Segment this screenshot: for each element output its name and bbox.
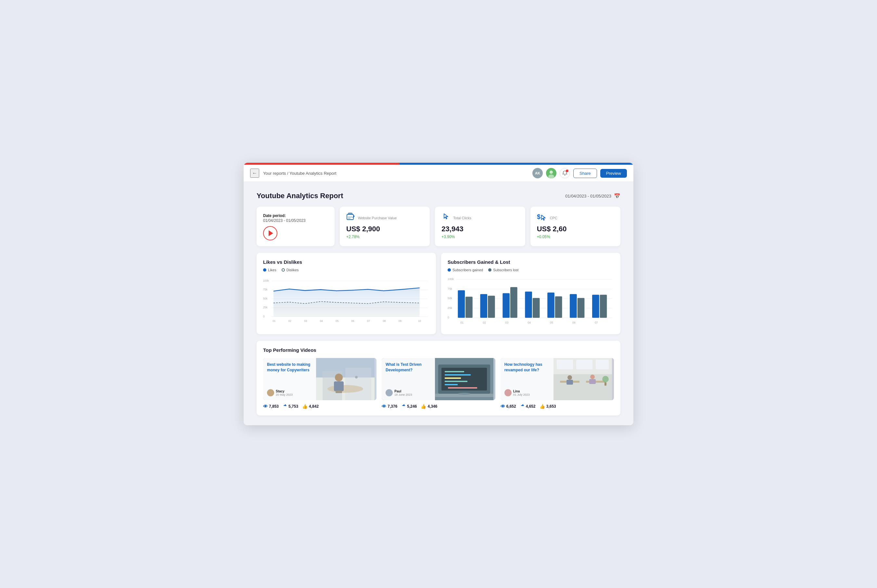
preview-button[interactable]: Preview (600, 169, 627, 178)
shares-count-3: 4,652 (526, 404, 536, 409)
svg-rect-71 (445, 381, 468, 382)
svg-rect-70 (445, 378, 461, 379)
svg-rect-89 (589, 379, 596, 384)
cpc-card: $ CPC US$ 2,60 +0.05% (531, 207, 621, 246)
clicks-change: +3.90% (441, 234, 519, 239)
svg-rect-44 (555, 296, 562, 318)
svg-rect-48 (600, 295, 607, 318)
subscribers-chart-card: Subscribers Gained & Lost Subscribers ga… (441, 253, 621, 334)
views-count-1: 7,853 (269, 404, 279, 409)
video-likes-1: 👍 4,842 (302, 404, 319, 409)
video-stats-2: 👁 7,376 5,246 👍 4,346 (382, 404, 495, 409)
subscribers-chart-legend: Subscribers gained Subscribers lost (448, 268, 614, 272)
cpc-change: +0.05% (537, 234, 614, 239)
video-views-1: 👁 7,853 (263, 404, 279, 409)
share-icon-2 (401, 404, 406, 409)
youtube-play-icon (268, 230, 273, 236)
legend-lost-label: Subscribers lost (493, 268, 519, 272)
svg-rect-37 (480, 294, 487, 318)
author-date-1: 20 May 2023 (276, 393, 293, 396)
video-thumbnail-1[interactable]: Best website to making money for Copywri… (263, 358, 376, 400)
legend-dot-lost (488, 268, 492, 272)
svg-point-61 (335, 374, 343, 381)
video-likes-3: 👍 3,653 (540, 404, 556, 409)
svg-text:25k: 25k (448, 306, 453, 310)
svg-text:50k: 50k (263, 297, 268, 300)
main-content: Youtube Analytics Report 01/04/2023 - 01… (244, 182, 633, 425)
legend-gained-label: Subscribers gained (453, 268, 483, 272)
video-views-2: 👁 7,376 (382, 404, 397, 409)
notifications-button[interactable] (560, 168, 570, 178)
youtube-icon (263, 226, 277, 240)
svg-rect-59 (345, 368, 371, 400)
toolbar-right: AK Share Preview (532, 168, 627, 178)
svg-text:09: 09 (399, 320, 402, 322)
svg-rect-38 (488, 296, 495, 318)
notification-dot (566, 170, 568, 172)
svg-point-1 (550, 171, 553, 174)
legend-likes-label: Likes (268, 268, 276, 272)
clicks-label: Total Clicks (453, 216, 471, 220)
website-purchase-card: Website Purchase Value US$ 2,900 +2.78% (340, 207, 430, 246)
likes-count-2: 4,346 (427, 404, 437, 409)
svg-text:75k: 75k (263, 288, 268, 291)
svg-rect-46 (577, 298, 585, 318)
svg-rect-80 (576, 360, 592, 369)
svg-rect-73 (448, 387, 477, 388)
video-thumbnail-3[interactable]: How technology has revamped our life? Li… (501, 358, 614, 400)
share-button[interactable]: Share (573, 169, 597, 178)
svg-text:05: 05 (550, 321, 553, 324)
browser-window: ← Your reports / Youtube Analytics Repor… (244, 163, 633, 425)
shares-count-2: 5,246 (407, 404, 417, 409)
video-shares-2: 5,246 (401, 404, 417, 409)
svg-rect-72 (445, 384, 458, 385)
svg-text:100k: 100k (448, 278, 454, 280)
svg-text:01: 01 (460, 321, 463, 324)
legend-dot-likes (263, 268, 266, 272)
svg-rect-87 (567, 380, 573, 385)
svg-text:01: 01 (273, 320, 276, 322)
video-title-2: What is Test Driven Development? (385, 362, 440, 373)
top-videos-card: Top Performing Videos Best website to ma… (256, 341, 621, 416)
svg-point-60 (327, 385, 363, 393)
charts-row: Likes vs Dislikes Likes Dislikes 100k (256, 253, 621, 334)
thumb-author-2: Paul 18 June 2023 (385, 389, 440, 396)
video-title-3: How technology has revamped our life? (504, 362, 559, 373)
author-date-2: 18 June 2023 (394, 393, 412, 396)
total-clicks-card: Total Clicks 23,943 +3.90% (435, 207, 525, 246)
svg-text:03: 03 (304, 320, 307, 322)
author-avatar-1 (267, 389, 274, 396)
likes-line-chart: 100k 75k 50k 25k 0 (263, 276, 429, 328)
svg-rect-47 (592, 295, 599, 318)
share-icon-3 (520, 404, 525, 409)
views-count-3: 6,652 (507, 404, 516, 409)
date-period-label: Date period: 01/04/2023 - 01/05/2023 (263, 213, 328, 223)
clicks-value: 23,943 (441, 225, 519, 233)
calendar-icon[interactable]: 📅 (614, 193, 621, 199)
avatar-ak: AK (532, 168, 543, 178)
video-likes-2: 👍 4,346 (421, 404, 437, 409)
video-item-3: How technology has revamped our life? Li… (501, 358, 614, 409)
svg-text:08: 08 (382, 320, 386, 322)
metric-header-purchase: Website Purchase Value (346, 213, 423, 224)
subscribers-chart-title: Subscribers Gained & Lost (448, 259, 614, 265)
svg-text:06: 06 (351, 320, 355, 322)
eye-icon-1: 👁 (263, 404, 268, 409)
shares-count-1: 5,753 (288, 404, 298, 409)
svg-text:10: 10 (418, 320, 421, 322)
like-icon-2: 👍 (421, 404, 426, 409)
legend-dislikes-label: Dislikes (286, 268, 299, 272)
svg-text:50k: 50k (448, 297, 453, 300)
svg-text:02: 02 (483, 321, 486, 324)
date-range-text: 01/04/2023 - 01/05/2023 (565, 194, 611, 198)
video-stats-1: 👁 7,853 5,753 👍 4,842 (263, 404, 376, 409)
svg-text:07: 07 (367, 320, 370, 322)
legend-gained: Subscribers gained (448, 268, 483, 272)
svg-rect-81 (596, 360, 609, 369)
svg-rect-35 (458, 290, 465, 318)
video-thumbnail-2[interactable]: What is Test Driven Development? Paul 18… (382, 358, 495, 400)
report-header: Youtube Analytics Report 01/04/2023 - 01… (256, 192, 621, 200)
purchase-value: US$ 2,900 (346, 225, 423, 233)
purchase-change: +2.78% (346, 234, 423, 239)
back-button[interactable]: ← (250, 169, 259, 178)
